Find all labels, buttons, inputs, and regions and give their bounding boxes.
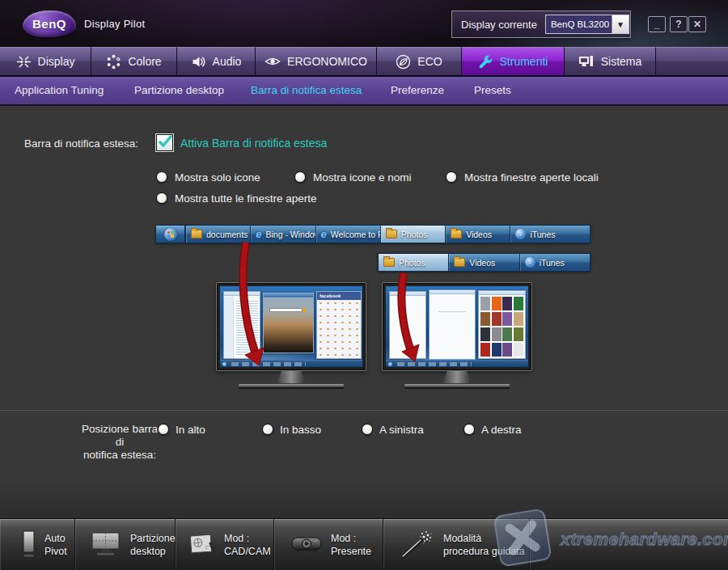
tab-sistema[interactable]: Sistema (565, 47, 656, 77)
document-window (389, 291, 426, 359)
wizard-mode-button[interactable]: Modalità procedura guidata (383, 519, 530, 570)
tool-label-line2: desktop (130, 546, 166, 557)
tool-label-line1: Mod : (331, 533, 356, 544)
radio-a-destra[interactable] (463, 424, 475, 435)
tab-label: Colore (128, 55, 161, 68)
tab-display[interactable]: Display (0, 47, 91, 77)
mini-taskbar (220, 360, 362, 367)
display-selector-label: Display corrente (452, 19, 545, 31)
main-tab-bar: Display Colore Audio ERGONOM (0, 47, 728, 77)
photo-gallery-window (478, 290, 526, 359)
internet-explorer-icon: e (321, 229, 327, 239)
folder-icon (191, 230, 202, 239)
taskbar-button-label: Bing - Windows I... (266, 230, 315, 239)
auto-pivot-icon (19, 530, 37, 559)
folder-icon (451, 230, 462, 239)
enable-notification-bar-label[interactable]: Attiva Barra di notifica estesa (180, 137, 327, 150)
subtab-application-tuning[interactable]: Application Tuning (15, 84, 104, 96)
tab-label: Display (38, 55, 75, 68)
taskbar-button: Videos (448, 254, 518, 271)
photo-thumbnail (480, 312, 490, 326)
subtab-presets[interactable]: Presets (474, 84, 511, 96)
photo-thumbnail (514, 327, 523, 341)
monitor-illustration-right (382, 282, 532, 387)
checkmark-icon (156, 133, 176, 152)
photo-thumbnail (492, 297, 502, 310)
radio-label[interactable]: In basso (280, 424, 321, 436)
desktop-wallpaper: facebook (220, 286, 362, 367)
radio-label[interactable]: Mostra solo icone (175, 171, 260, 184)
photo-thumbnail (492, 327, 502, 341)
radio-label[interactable]: Mostra tutte le finestre aperte (175, 192, 317, 205)
display-select[interactable]: BenQ BL3200 ▼ (545, 15, 629, 34)
photo-thumbnail (480, 297, 490, 310)
monitor-stand-neck (442, 371, 472, 383)
radio-label[interactable]: In alto (176, 424, 205, 436)
photo-thumbnail (514, 297, 523, 310)
minimize-button[interactable]: _ (648, 16, 666, 32)
taskbar-button-label: Photos (399, 258, 425, 268)
radio-mostra-tutte-le-finestre[interactable] (156, 192, 167, 204)
radio-in-alto[interactable] (158, 424, 169, 435)
subtab-barra-notifica-estesa[interactable]: Barra di notifica estesa (251, 84, 362, 96)
cad-cam-mode-button[interactable]: Mod : CAD/CAM (176, 519, 274, 570)
radio-label[interactable]: A destra (481, 424, 522, 436)
monitor-stand-base (239, 384, 344, 387)
photo-thumbnail (514, 312, 523, 326)
subtab-preferenze[interactable]: Preferenze (391, 84, 444, 96)
tab-ergonomico[interactable]: ERGONOMICO (256, 47, 377, 77)
desktop-partition-icon (91, 531, 123, 559)
taskbar-button-label: Welcome to Face... (331, 230, 380, 239)
subtab-partizione-desktop[interactable]: Partizione desktop (134, 84, 224, 96)
folder-icon (386, 230, 397, 239)
photo-thumbnail (502, 312, 512, 326)
radio-mostra-icone-e-nomi[interactable] (294, 171, 306, 183)
radio-mostra-finestre-aperte-locali[interactable] (446, 171, 457, 183)
explorer-window (223, 291, 260, 359)
radio-a-sinistra[interactable] (362, 424, 373, 435)
mini-taskbar (386, 360, 528, 367)
display-converge-icon (16, 54, 32, 70)
tool-label-line2: Presente (331, 546, 371, 557)
radio-label[interactable]: Mostra finestre aperte locali (464, 171, 599, 184)
windows-start-orb-icon (156, 226, 185, 243)
radio-mostra-solo-icone[interactable] (156, 171, 167, 183)
photo-thumbnail (492, 343, 502, 357)
radio-label[interactable]: Mostra icone e nomi (313, 171, 412, 184)
presentation-mode-button[interactable]: Mod : Presente (274, 519, 383, 570)
desktop-partition-button[interactable]: Partizione desktop (75, 519, 176, 570)
display-select-value: BenQ BL3200 (546, 15, 612, 33)
radio-in-basso[interactable] (262, 424, 273, 435)
desktop-wallpaper (386, 286, 528, 367)
section-label: Barra di notifica estesa: (24, 137, 138, 150)
tab-label: Audio (213, 55, 242, 68)
folder-icon (383, 258, 395, 267)
close-button[interactable]: ✕ (688, 16, 706, 32)
app-title: Display Pilot (84, 18, 145, 30)
radio-label[interactable]: A sinistra (379, 424, 424, 436)
help-button[interactable]: ? (670, 16, 688, 32)
taskbar-preview-row1: documents e Bing - Windows I... e Welcom… (155, 225, 590, 243)
tab-audio[interactable]: Audio (177, 47, 256, 77)
tab-bar-filler (656, 47, 728, 77)
tab-label: ECO (417, 55, 442, 68)
toolbar-filler (530, 519, 728, 570)
speaker-icon (191, 54, 206, 70)
position-label-line2: notifica estesa: (83, 449, 156, 461)
chevron-down-icon[interactable]: ▼ (612, 15, 629, 33)
taskbar-button: e Welcome to Face... (315, 226, 380, 243)
tab-strumenti[interactable]: Strumenti (462, 47, 565, 77)
tool-label-line2: procedura guidata (443, 546, 525, 557)
tab-colore[interactable]: Colore (91, 47, 177, 77)
enable-notification-bar-checkbox[interactable] (156, 134, 173, 151)
taskbar-button: ♪ iTunes (510, 226, 590, 243)
auto-pivot-button[interactable]: Auto Pivot (0, 519, 75, 570)
eye-icon (265, 55, 281, 68)
tab-eco[interactable]: ECO (377, 47, 462, 77)
display-pilot-window: BenQ Display Pilot Display corrente BenQ… (0, 0, 728, 570)
photo-thumbnail (480, 343, 490, 357)
photo-thumbnail (514, 343, 523, 357)
projector-icon (290, 534, 323, 555)
photo-thumbnail (480, 327, 490, 341)
display-selector-group: Display corrente BenQ BL3200 ▼ (451, 11, 631, 38)
